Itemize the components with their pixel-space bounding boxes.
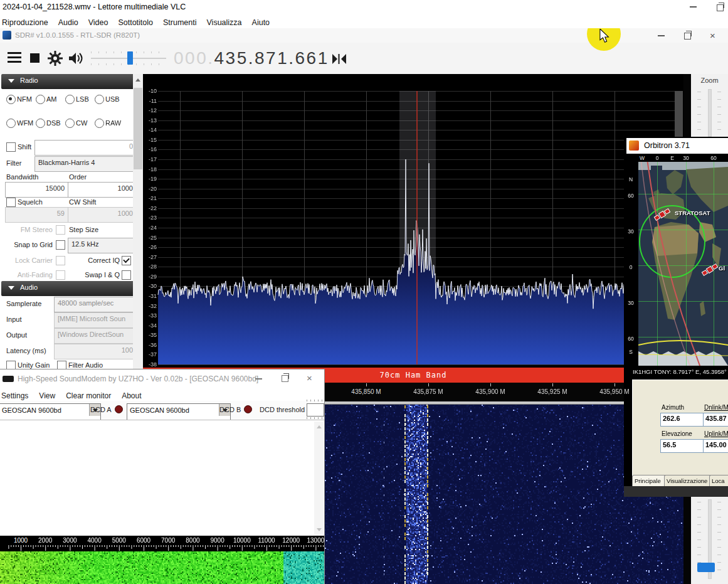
gear-icon[interactable] [48, 51, 63, 66]
dcd-threshold-slider[interactable] [307, 403, 324, 417]
samplerate-select[interactable]: 48000 sample/sec [54, 297, 144, 312]
sm-scroll-down-icon[interactable] [317, 528, 322, 531]
lock-carrier-checkbox[interactable] [56, 256, 65, 265]
scroll-up-icon[interactable] [135, 78, 140, 82]
shift-input[interactable]: 0 [34, 140, 145, 156]
vlc-menu-visualizza[interactable]: Visualizza [207, 18, 242, 27]
shift-checkbox[interactable] [6, 142, 16, 152]
volume-slider[interactable] [91, 54, 166, 63]
db-axis-label: -21 [142, 195, 157, 201]
mode-option-cw[interactable]: CW [65, 119, 95, 128]
mode-radio-button[interactable] [6, 95, 16, 104]
sm-frequency-scale: 1000200030004000500060007000800090001000… [0, 536, 324, 551]
mode-radio-button[interactable] [95, 95, 104, 104]
frequency-digits[interactable]: 435.871.661 [214, 48, 329, 68]
mode-radio-button[interactable] [65, 95, 75, 104]
squelch-input[interactable]: 59 [5, 207, 77, 223]
vlc-menu-sottotitolo[interactable]: Sottotitolo [118, 18, 153, 27]
volume-handle[interactable] [127, 51, 133, 65]
unity-gain-label: Unity Gain [18, 361, 50, 369]
mode-radio-button[interactable] [95, 119, 104, 128]
center-tune-icon[interactable] [332, 54, 346, 64]
mode-option-am[interactable]: AM [36, 95, 66, 104]
correct-iq-checkbox[interactable] [122, 256, 131, 265]
sm-scale-label: 5000 [105, 537, 133, 544]
mode-option-raw[interactable]: RAW [95, 119, 125, 128]
sm-monitor-area[interactable] [0, 420, 324, 536]
db-axis-label: -22 [142, 205, 157, 211]
frequency-display[interactable]: 000.435.871.661 [174, 48, 329, 68]
mode-option-nfm[interactable]: NFM [6, 95, 36, 104]
vlc-window-title: 2024-01-04_211528.wmv - Lettore multimed… [3, 3, 186, 11]
sdr-restore-button[interactable] [684, 33, 691, 40]
azimuth-value[interactable]: 262.6 [660, 413, 706, 427]
mode-radio-button[interactable] [6, 119, 16, 128]
zoom-ticks-left [697, 92, 701, 137]
bandwidth-input[interactable]: 15000 [5, 182, 77, 198]
mode-radio-button[interactable] [36, 119, 45, 128]
vlc-restore-button[interactable] [717, 4, 724, 11]
contrast-slider-handle[interactable] [697, 563, 715, 572]
audio-input-select[interactable]: [MME] Microsoft Soun [54, 312, 144, 328]
sm-monitor-scrollbar[interactable] [314, 422, 324, 535]
orbitron-map [638, 162, 728, 366]
audio-output-value: [Windows DirectSoun [58, 331, 124, 338]
anti-fading-checkbox[interactable] [56, 270, 65, 280]
filter-select[interactable]: Blackman-Harris 4 [34, 156, 144, 172]
map-latitude-label: 60 [626, 193, 636, 199]
swap-iq-checkbox[interactable] [122, 270, 131, 280]
db-axis-label: -31 [142, 293, 157, 299]
mode-option-dsb[interactable]: DSB [36, 119, 66, 128]
db-axis-label: -14 [142, 127, 157, 133]
radio-section-header[interactable]: Radio [1, 74, 150, 89]
mode-radio-button[interactable] [36, 95, 45, 104]
db-axis-label: -13 [142, 117, 157, 124]
sm-window-title: High-Speed SoundModem by UZ7HO - Ver 0.0… [18, 374, 258, 383]
zoom-slider-track[interactable] [708, 89, 712, 137]
sm-menu-clear-monitor[interactable]: Clear monitor [66, 391, 111, 400]
audio-section-header[interactable]: Audio [1, 281, 150, 296]
modem-b-select[interactable]: GEOSCAN 9600bd [127, 403, 231, 420]
soundmodem-window: High-Speed SoundModem by UZ7HO - Ver 0.0… [0, 369, 325, 584]
vlc-minimize-button[interactable] [690, 6, 697, 8]
sdr-minimize-button[interactable] [658, 35, 665, 36]
vlc-menu-strumenti[interactable]: Strumenti [163, 18, 197, 27]
sm-close-button[interactable]: × [307, 373, 312, 383]
mode-option-wfm[interactable]: WFM [6, 119, 36, 128]
sm-menu-view[interactable]: View [39, 391, 55, 400]
uplink-value[interactable]: 145.00 [703, 439, 728, 453]
sm-menu-about[interactable]: About [122, 391, 141, 400]
sm-minimize-button[interactable] [255, 378, 262, 380]
sm-menu-settings[interactable]: Settings [1, 391, 28, 400]
sm-scale-label: 4000 [81, 537, 108, 544]
squelch-checkbox[interactable] [6, 198, 16, 207]
stop-button[interactable] [30, 53, 40, 63]
latency-input[interactable]: 100 [54, 344, 145, 359]
orbitron-status-line: IK1HGI TONY: 8.7917° E, 45.3958° [633, 368, 727, 375]
mode-option-usb[interactable]: USB [95, 95, 125, 104]
vlc-menu-riproduzione[interactable]: Riproduzione [2, 18, 48, 27]
vlc-menu-video[interactable]: Video [88, 18, 108, 27]
spectrum-display[interactable] [143, 74, 683, 368]
sm-waterfall[interactable] [0, 551, 324, 584]
sdr-close-button[interactable]: × [710, 31, 715, 40]
map-longitude-label: W [637, 155, 647, 161]
fm-stereo-checkbox[interactable] [56, 225, 65, 235]
sm-controls-row: GEOSCAN 9600bd DCD A GEOSCAN 9600bd DCD … [0, 401, 324, 420]
sm-scale-label: 2000 [31, 537, 59, 544]
mode-radio-button[interactable] [65, 119, 75, 128]
mode-option-lsb[interactable]: LSB [65, 95, 95, 104]
sm-maximize-button[interactable] [282, 375, 288, 382]
snap-to-grid-checkbox[interactable] [56, 240, 65, 250]
menu-hamburger-icon[interactable] [8, 52, 21, 63]
vlc-menu-audio[interactable]: Audio [58, 18, 78, 27]
elevation-value[interactable]: 56.5 [660, 439, 706, 453]
scrollbar-thumb[interactable] [134, 88, 142, 169]
modem-a-select[interactable]: GEOSCAN 9600bd [0, 403, 101, 420]
speaker-icon[interactable] [68, 51, 84, 66]
sm-scroll-up-icon[interactable] [317, 425, 322, 428]
dnlink-value[interactable]: 435.87 [703, 413, 728, 427]
vlc-menu-aiuto[interactable]: Aiuto [252, 18, 270, 27]
frequency-prefix[interactable]: 000. [174, 48, 214, 68]
audio-output-select[interactable]: [Windows DirectSoun [54, 328, 144, 344]
